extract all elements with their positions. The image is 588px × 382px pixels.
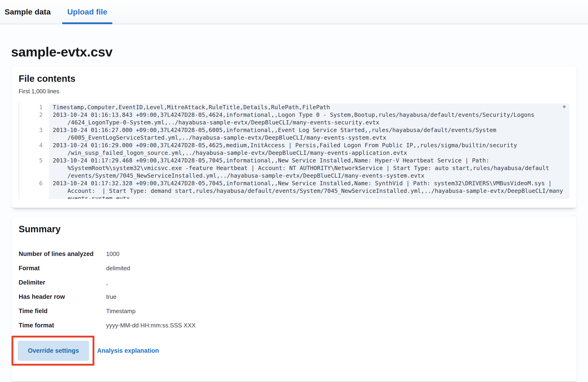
- code-line-text: /win_susp_failed_logon_source.yml,../hay…: [49, 149, 569, 157]
- line-number: [19, 134, 49, 141]
- code-line-text: 2013-10-24 01:16:13.843 +09:00,37L4247D2…: [49, 111, 569, 119]
- code-line: 1Timestamp,Computer,EventID,Level,MitreA…: [19, 103, 569, 111]
- line-number: [19, 187, 49, 195]
- summary-actions-row: Override settings Analysis explanation: [19, 336, 569, 366]
- line-number: 1: [19, 103, 49, 111]
- file-contents-panel: File contents First 1,000 lines 1Timesta…: [11, 66, 577, 208]
- summary-value: delimited: [106, 263, 569, 274]
- line-number: [19, 172, 49, 180]
- summary-label: Delimiter: [19, 277, 95, 288]
- line-number: [19, 195, 49, 199]
- code-line-text: /6005_EventLogServiceStarted.yml,../haya…: [49, 134, 569, 141]
- code-line: /win_susp_failed_logon_source.yml,../hay…: [19, 149, 569, 157]
- code-line: /4624_LogonType-0-System.yml,../hayabusa…: [19, 119, 569, 126]
- line-number: [19, 164, 49, 172]
- code-line-text: /events/System/7045_NewServiceInstalled.…: [49, 172, 569, 180]
- line-number: 4: [19, 141, 49, 149]
- line-number: [19, 149, 49, 157]
- summary-panel: Summary Number of lines analyzed1000Form…: [11, 216, 577, 382]
- summary-value: 1000: [106, 248, 569, 259]
- summary-heading: Summary: [19, 224, 569, 235]
- tab-upload-file-label: Upload file: [67, 7, 107, 16]
- code-line-text: Timestamp,Computer,EventID,Level,MitreAt…: [49, 103, 569, 111]
- code-line-text: /4624_LogonType-0-System.yml,../hayabusa…: [49, 119, 569, 126]
- summary-value: true: [106, 291, 569, 302]
- code-line: events-system.evtx: [19, 195, 569, 199]
- tab-sample-data-label: Sample data: [5, 7, 51, 16]
- summary-label: Has header row: [19, 291, 95, 302]
- summary-label: Time format: [19, 320, 95, 331]
- summary-label: Format: [19, 263, 95, 274]
- code-line-text: 2013-10-24 01:16:29.000 +09:00,37L4247D2…: [49, 141, 569, 149]
- code-line: /6005_EventLogServiceStarted.yml,../haya…: [19, 134, 569, 141]
- code-line-text: %SystemRoot%\system32\vmicsvc.exe -featu…: [49, 164, 569, 172]
- code-line: 32013-10-24 01:16:27.000 +09:00,37L4247D…: [19, 126, 569, 134]
- line-number: [19, 119, 49, 126]
- file-contents-subtitle: First 1,000 lines: [19, 87, 569, 95]
- line-number: 3: [19, 126, 49, 134]
- tab-bar: Sample data Upload file: [0, 0, 588, 24]
- code-line: 42013-10-24 01:16:29.000 +09:00,37L4247D…: [19, 141, 569, 149]
- code-rows: 1Timestamp,Computer,EventID,Level,MitreA…: [19, 103, 569, 199]
- summary-label: Time field: [19, 306, 95, 316]
- code-line: Account: | Start Type: demand start,rule…: [19, 187, 569, 195]
- summary-label: Number of lines analyzed: [19, 248, 95, 259]
- summary-value: ,: [106, 277, 569, 288]
- override-settings-button[interactable]: Override settings: [18, 341, 89, 361]
- line-number: 6: [19, 180, 49, 187]
- file-contents-heading: File contents: [19, 73, 569, 84]
- page-title: sample-evtx.csv: [11, 44, 577, 60]
- active-tab-underline: [62, 22, 112, 24]
- code-line: /events/System/7045_NewServiceInstalled.…: [19, 172, 569, 180]
- summary-value: Timestamp: [106, 306, 569, 316]
- file-preview-code-block[interactable]: 1Timestamp,Computer,EventID,Level,MitreA…: [19, 102, 569, 199]
- code-line: %SystemRoot%\system32\vmicsvc.exe -featu…: [19, 164, 569, 172]
- code-line: 22013-10-24 01:16:13.843 +09:00,37L4247D…: [19, 111, 569, 119]
- scrollbar-thumb[interactable]: [563, 105, 566, 108]
- tab-sample-data[interactable]: Sample data: [5, 0, 56, 24]
- line-number: 2: [19, 111, 49, 119]
- code-line-text: 2013-10-24 01:17:32.328 +09:00,37L4247D2…: [49, 180, 569, 187]
- page-content: sample-evtx.csv File contents First 1,00…: [0, 44, 588, 382]
- code-line-text: 2013-10-24 01:16:27.000 +09:00,37L4247D2…: [49, 126, 569, 134]
- code-line-text: Account: | Start Type: demand start,rule…: [49, 187, 569, 195]
- summary-value: yyyy-MM-dd HH:mm:ss.SSS XXX: [106, 320, 569, 331]
- analysis-explanation-link[interactable]: Analysis explanation: [97, 341, 159, 361]
- code-line-text: events-system.evtx: [49, 195, 569, 199]
- tab-upload-file[interactable]: Upload file: [62, 0, 112, 24]
- code-line-text: 2013-10-24 01:17:29.468 +09:00,37L4247D2…: [49, 157, 569, 164]
- line-number: 5: [19, 157, 49, 164]
- code-line: 62013-10-24 01:17:32.328 +09:00,37L4247D…: [19, 180, 569, 187]
- summary-list: Number of lines analyzed1000Formatdelimi…: [19, 248, 569, 331]
- code-line: 52013-10-24 01:17:29.468 +09:00,37L4247D…: [19, 157, 569, 164]
